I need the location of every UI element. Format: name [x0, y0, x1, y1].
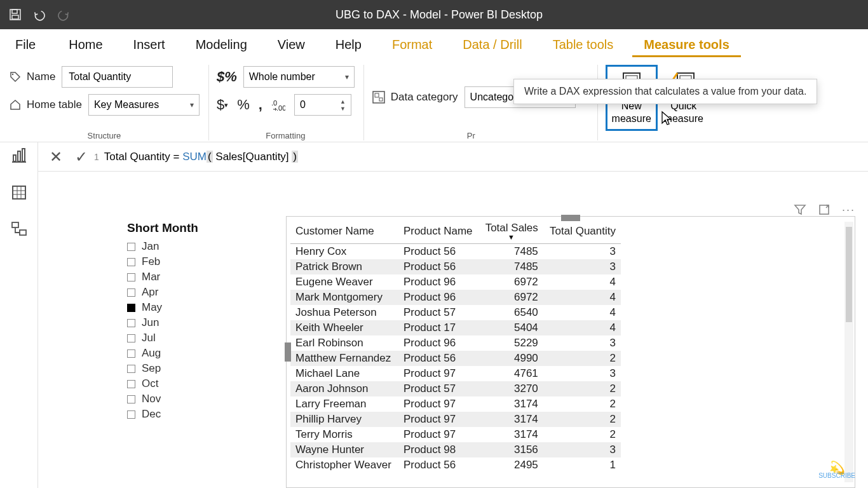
column-header[interactable]: Total Sales▼	[479, 219, 543, 244]
filter-icon[interactable]	[794, 203, 806, 217]
table-row[interactable]: Henry CoxProduct 5674853	[290, 244, 621, 260]
column-header[interactable]: Product Name	[398, 219, 479, 244]
currency-format-button[interactable]: $ ▾	[217, 97, 228, 113]
new-measure-tooltip: Write a DAX expression that calculates a…	[513, 79, 817, 104]
table-row[interactable]: Michael LaneProduct 9747613	[290, 366, 621, 381]
save-icon[interactable]	[9, 8, 22, 21]
file-tab[interactable]: File	[9, 34, 42, 56]
cancel-formula-icon[interactable]: ✕	[43, 148, 69, 166]
slicer-item-dec[interactable]: Dec	[127, 407, 254, 422]
table-row[interactable]: Keith WheelerProduct 1754044	[290, 320, 621, 336]
slicer-item-sep[interactable]: Sep	[127, 361, 254, 376]
table-row[interactable]: Wayne HunterProduct 9831563	[290, 442, 621, 458]
commit-formula-icon[interactable]: ✓	[69, 148, 94, 166]
table-row[interactable]: Phillip HarveyProduct 9731742	[290, 412, 621, 427]
slicer-item-aug[interactable]: Aug	[127, 346, 254, 361]
column-header[interactable]: Customer Name	[290, 219, 398, 244]
more-options-icon[interactable]: ···	[842, 203, 855, 217]
table-visual[interactable]: Customer NameProduct NameTotal Sales▼Tot…	[286, 216, 855, 488]
checkbox-icon[interactable]	[127, 304, 135, 312]
focus-mode-icon[interactable]	[818, 203, 831, 217]
svg-rect-1	[12, 10, 17, 13]
tab-help[interactable]: Help	[324, 32, 373, 57]
slicer-title: Short Month	[127, 221, 254, 235]
report-view-icon[interactable]	[8, 145, 30, 166]
table-row[interactable]: Joshua PetersonProduct 5765404	[290, 305, 621, 320]
table-row[interactable]: Earl RobinsonProduct 9652293	[290, 336, 621, 351]
model-view-icon[interactable]	[8, 219, 30, 240]
tab-home[interactable]: Home	[57, 32, 114, 57]
checkbox-icon[interactable]	[127, 410, 135, 419]
formula-bar[interactable]: ✕ ✓ 1 Total Quantity = SUM( Sales[Quanti…	[38, 148, 868, 166]
table-row[interactable]: Mark MontgomeryProduct 9669724	[290, 290, 621, 305]
checkbox-icon[interactable]	[127, 380, 135, 388]
table-row[interactable]: Patrick BrownProduct 5674853	[290, 259, 621, 274]
sort-desc-icon: ▼	[484, 233, 538, 241]
svg-rect-38	[20, 230, 26, 235]
format-select[interactable]: Whole number▾	[243, 66, 355, 88]
undo-icon[interactable]	[33, 8, 46, 21]
group-caption: Structure	[9, 131, 200, 140]
table-row[interactable]: Larry FreemanProduct 9731742	[290, 396, 621, 412]
resize-handle[interactable]	[285, 342, 291, 362]
data-view-icon[interactable]	[8, 182, 30, 203]
slicer-item-jun[interactable]: Jun	[127, 315, 254, 330]
slicer-item-feb[interactable]: Feb	[127, 254, 254, 269]
ribbon-tabs: File HomeInsertModelingViewHelpFormatDat…	[0, 29, 868, 60]
checkbox-icon[interactable]	[127, 288, 135, 297]
tab-format[interactable]: Format	[381, 32, 444, 57]
decimals-spinner[interactable]: 0 ▲▼	[294, 94, 351, 116]
svg-rect-29	[18, 151, 20, 161]
checkbox-icon[interactable]	[127, 243, 135, 251]
slicer-item-nov[interactable]: Nov	[127, 391, 254, 407]
quick-access-toolbar	[9, 8, 70, 21]
vertical-scrollbar[interactable]	[844, 222, 853, 482]
tab-view[interactable]: View	[266, 32, 316, 57]
tab-insert[interactable]: Insert	[122, 32, 177, 57]
tab-modeling[interactable]: Modeling	[184, 32, 259, 57]
tab-table-tools[interactable]: Table tools	[541, 32, 625, 57]
table-row[interactable]: Aaron JohnsonProduct 5732702	[290, 381, 621, 396]
slicer-item-jul[interactable]: Jul	[127, 330, 254, 346]
group-caption: Pr	[372, 131, 588, 140]
tab-measure-tools[interactable]: Measure tools	[632, 32, 740, 57]
table-row[interactable]: Terry MorrisProduct 9731742	[290, 427, 621, 442]
checkbox-icon[interactable]	[127, 365, 135, 373]
svg-point-3	[12, 74, 13, 75]
home-table-select[interactable]: Key Measures▾	[88, 94, 200, 116]
scrollbar-thumb[interactable]	[846, 227, 852, 322]
checkbox-icon[interactable]	[127, 319, 135, 327]
slicer-item-jan[interactable]: Jan	[127, 239, 254, 254]
svg-rect-37	[12, 222, 18, 227]
percent-format-button[interactable]: %	[237, 97, 250, 113]
checkbox-icon[interactable]	[127, 273, 135, 281]
report-canvas[interactable]: ··· Short Month JanFebMarAprMayJunJulAug…	[38, 172, 868, 488]
slicer-item-oct[interactable]: Oct	[127, 376, 254, 391]
checkbox-icon[interactable]	[127, 334, 135, 342]
table-row[interactable]: Eugene WeaverProduct 9669724	[290, 274, 621, 290]
subscribe-watermark: 💫 SUBSCRIBE	[818, 463, 855, 479]
redo-icon	[57, 8, 70, 21]
resize-handle[interactable]	[561, 215, 580, 221]
checkbox-icon[interactable]	[127, 349, 135, 358]
data-category-label: Data category	[372, 90, 458, 104]
slicer-item-may[interactable]: May	[127, 300, 254, 315]
table-row[interactable]: Matthew FernandezProduct 5649902	[290, 351, 621, 366]
slicer-item-mar[interactable]: Mar	[127, 269, 254, 285]
measure-name-input[interactable]	[62, 66, 173, 88]
table-row[interactable]: Christopher WeaverProduct 5624951	[290, 458, 621, 473]
formula-input[interactable]: 1 Total Quantity = SUM( Sales[Quantity] …	[94, 151, 298, 163]
svg-rect-7	[375, 93, 379, 97]
view-rail	[0, 142, 38, 488]
home-table-label: Home table	[9, 98, 82, 111]
column-header[interactable]: Total Quantity	[543, 219, 621, 244]
checkbox-icon[interactable]	[127, 258, 135, 266]
tab-data-drill[interactable]: Data / Drill	[451, 32, 533, 57]
comma-format-button[interactable]: ,	[259, 97, 262, 113]
slicer-item-apr[interactable]: Apr	[127, 285, 254, 300]
spinner-arrows[interactable]: ▲▼	[340, 98, 346, 112]
decimal-icon[interactable]: .0.00	[271, 98, 285, 112]
slicer-short-month[interactable]: Short Month JanFebMarAprMayJunJulAugSepO…	[127, 221, 254, 422]
window-title: UBG to DAX - Model - Power BI Desktop	[70, 8, 808, 22]
checkbox-icon[interactable]	[127, 395, 135, 403]
